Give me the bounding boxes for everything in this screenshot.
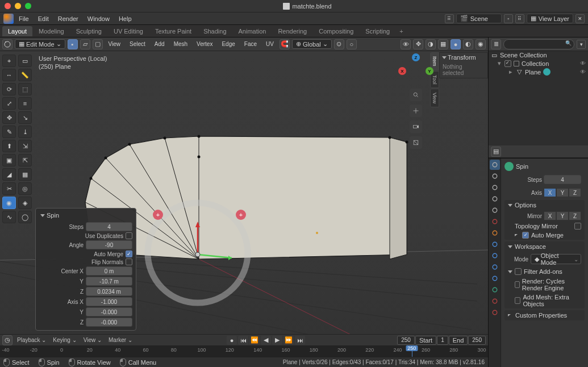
timeline-editor-selector[interactable]: ◷	[2, 335, 12, 345]
edge-slide-tool[interactable]: ↘	[18, 111, 32, 124]
scene-browse-icon[interactable]: ⠿	[445, 14, 454, 23]
transform-tool[interactable]: ✥	[2, 111, 16, 124]
to-sphere-tool[interactable]: ◯	[18, 211, 32, 223]
menu-help[interactable]: Help	[115, 14, 136, 23]
workspace-tab-compositing[interactable]: Compositing	[313, 26, 359, 36]
viewport-menu-face[interactable]: Face	[241, 40, 260, 48]
outliner-filter-icon[interactable]: ▾	[577, 40, 586, 49]
spin-tool[interactable]: ◉	[2, 197, 16, 209]
custom-properties-header[interactable]: Custom Properties	[504, 310, 585, 320]
editor-type-selector[interactable]	[2, 39, 12, 49]
property-tab-world[interactable]	[490, 216, 500, 227]
rip-tool[interactable]: ⇱	[18, 154, 32, 166]
topology-mirror-checkbox[interactable]	[574, 223, 581, 230]
disclose-icon[interactable]: ▸	[508, 68, 514, 76]
numeric-field[interactable]: -1.000	[86, 297, 132, 306]
viewport-menu-select[interactable]: Select	[126, 40, 149, 48]
numeric-field[interactable]: 4	[86, 222, 132, 231]
add-cube-tool[interactable]: ⬚	[18, 83, 32, 95]
deform-tool[interactable]: ◈	[18, 197, 32, 209]
property-tab-object[interactable]	[490, 228, 500, 238]
select-face-icon[interactable]: ▢	[93, 39, 103, 49]
viewport-menu-uv[interactable]: UV	[262, 40, 277, 48]
3d-viewport[interactable]: + + ⌖↔⟳⤢✥✎⬆▣◢✂◉∿ ▭📏⬚≡↘⤓⇲⇱▦◎◈◯	[0, 51, 488, 334]
jump-first-icon[interactable]: ⏮	[238, 336, 248, 345]
mirror-z-button[interactable]: Z	[569, 211, 581, 220]
visibility-icon[interactable]: 👁	[580, 69, 586, 75]
magnet-icon[interactable]: 🧲	[280, 39, 290, 49]
spin-dup-tool[interactable]: ◎	[18, 182, 32, 195]
outliner-editor-selector[interactable]: ≣	[491, 39, 501, 49]
property-tab-output[interactable]	[490, 182, 500, 193]
npanel-tab-view[interactable]: View	[430, 89, 439, 107]
workspace-tab-animation[interactable]: Animation	[233, 26, 272, 36]
step-back-icon[interactable]: ⏪	[249, 336, 260, 345]
cursor-tool[interactable]: ⌖	[2, 55, 16, 67]
workspace-header[interactable]: Workspace	[504, 241, 585, 252]
checkbox[interactable]	[126, 251, 132, 257]
property-tab-tool[interactable]	[490, 160, 500, 170]
viewport-menu-edge[interactable]: Edge	[218, 40, 238, 48]
property-tab-material[interactable]	[490, 296, 500, 306]
workspace-add-button[interactable]: +	[396, 27, 406, 36]
timeline-menu-keying[interactable]: Keying ⌄	[51, 336, 78, 344]
outliner-item-plane[interactable]: ▸ ▽ Plane 👁	[489, 68, 588, 76]
property-tab-viewlayer[interactable]	[490, 194, 500, 204]
steps-field[interactable]: 4	[544, 175, 581, 184]
select-edge-icon[interactable]: ▱	[80, 39, 90, 49]
workspace-tab-modeling[interactable]: Modeling	[33, 26, 70, 36]
menu-render[interactable]: Render	[54, 14, 82, 23]
select-vertex-icon[interactable]: ▪	[68, 39, 78, 49]
annotate-tool[interactable]: ✎	[2, 126, 16, 138]
numeric-field[interactable]: 0 m	[86, 266, 132, 276]
transform-orientation[interactable]: ⊕ Global ⌄	[292, 39, 332, 49]
shading-material-icon[interactable]: ◐	[463, 39, 473, 49]
workspace-tab-uv-editing[interactable]: UV Editing	[108, 26, 149, 36]
close-window-button[interactable]	[5, 3, 11, 9]
end-frame-field[interactable]: 250	[468, 336, 486, 345]
checkbox[interactable]	[126, 232, 132, 239]
scale-tool[interactable]: ⤢	[2, 97, 16, 110]
shading-solid-icon[interactable]: ●	[451, 39, 461, 49]
xray-toggle-icon[interactable]: ▦	[438, 39, 448, 49]
auto-merge-checkbox[interactable]	[522, 232, 529, 239]
measure-tool[interactable]: 📏	[18, 69, 32, 81]
property-tab-physics[interactable]	[490, 262, 500, 272]
smooth-tool[interactable]: ∿	[2, 211, 16, 223]
workspace-tab-layout[interactable]: Layout	[2, 26, 32, 36]
outliner-scene-collection[interactable]: ▭ Scene Collection	[489, 51, 588, 59]
gizmo-toggle-icon[interactable]: ✥	[413, 39, 423, 49]
disclose-icon[interactable]: ▾	[497, 60, 502, 67]
play-reverse-icon[interactable]: ◀	[261, 336, 271, 345]
perspective-toggle-icon[interactable]	[410, 136, 422, 149]
frame-extra-field[interactable]: 250	[397, 336, 415, 345]
scene-new-button[interactable]: ▫	[504, 14, 513, 23]
loop-cut-tool[interactable]: ≡	[18, 97, 32, 110]
start-frame-field[interactable]: 1	[437, 336, 448, 345]
property-tab-mesh[interactable]	[490, 285, 500, 295]
menu-edit[interactable]: Edit	[34, 14, 53, 23]
property-tab-constraint[interactable]	[490, 273, 500, 283]
exclude-checkbox[interactable]	[504, 60, 511, 67]
numeric-field[interactable]: -90	[86, 240, 132, 249]
viewport-menu-mesh[interactable]: Mesh	[170, 40, 191, 48]
camera-icon[interactable]	[410, 120, 422, 133]
viewport-menu-view[interactable]: View	[105, 40, 124, 48]
outliner-collection[interactable]: ▾ Collection 👁	[489, 59, 588, 68]
workspace-tab-rendering[interactable]: Rendering	[272, 26, 312, 36]
numeric-field[interactable]: -0.000	[86, 318, 132, 327]
inset-tool[interactable]: ▣	[2, 154, 16, 166]
modifier-icon[interactable]	[543, 68, 551, 76]
shrink-tool[interactable]: ⤓	[18, 126, 32, 138]
workspace-tab-scripting[interactable]: Scripting	[360, 26, 395, 36]
move-tool[interactable]: ↔	[2, 69, 16, 81]
viewport-menu-add[interactable]: Add	[151, 40, 168, 48]
filter-addons-checkbox[interactable]	[515, 268, 522, 275]
mirror-y-button[interactable]: Y	[556, 211, 569, 220]
options-header[interactable]: Options	[504, 200, 585, 210]
mode-selector[interactable]: ▦ Edit Mode ⌄	[15, 39, 65, 49]
viewlayer-name-field[interactable]: ▦ View Layer	[527, 14, 573, 23]
pan-icon[interactable]	[410, 105, 422, 117]
viewport-menu-vertex[interactable]: Vertex	[193, 40, 216, 48]
numeric-field[interactable]: -0.000	[86, 307, 132, 316]
